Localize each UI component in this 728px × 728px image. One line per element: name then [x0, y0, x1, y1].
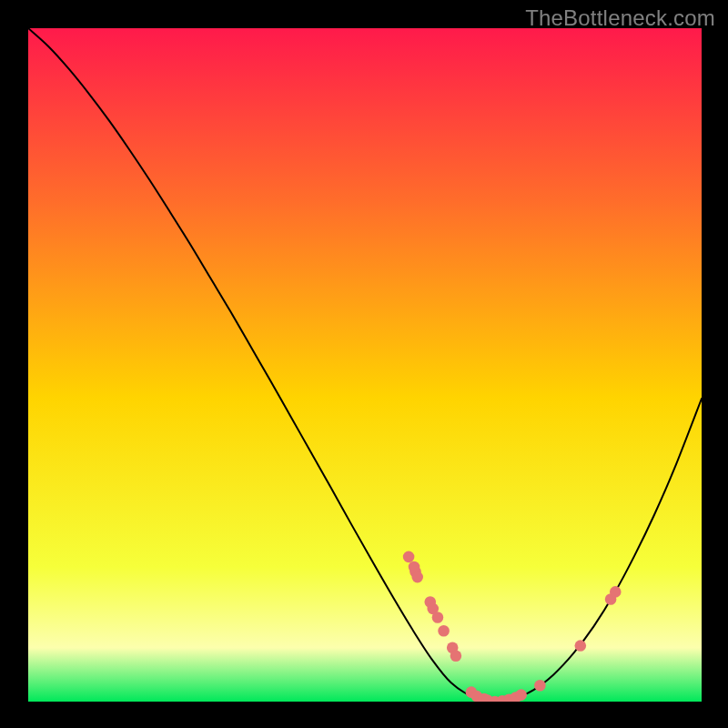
- data-marker: [610, 586, 622, 598]
- chart-frame: TheBottleneck.com: [0, 0, 728, 728]
- data-marker: [575, 640, 587, 652]
- plot-area: [28, 28, 702, 702]
- data-marker: [450, 650, 462, 662]
- chart-svg: [28, 28, 702, 702]
- data-marker: [411, 571, 423, 583]
- data-marker: [403, 551, 415, 563]
- chart-background: [28, 28, 702, 702]
- data-marker: [432, 612, 444, 623]
- watermark-label: TheBottleneck.com: [525, 5, 715, 31]
- data-marker: [438, 625, 450, 637]
- data-marker: [534, 680, 546, 692]
- data-marker: [515, 689, 527, 701]
